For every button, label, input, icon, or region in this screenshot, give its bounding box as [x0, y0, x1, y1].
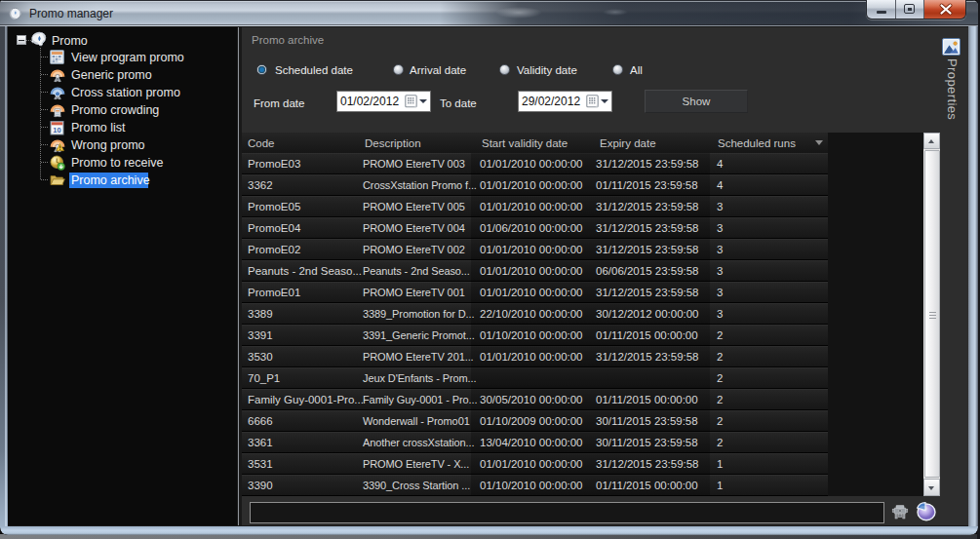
- svg-text:10: 10: [53, 126, 60, 135]
